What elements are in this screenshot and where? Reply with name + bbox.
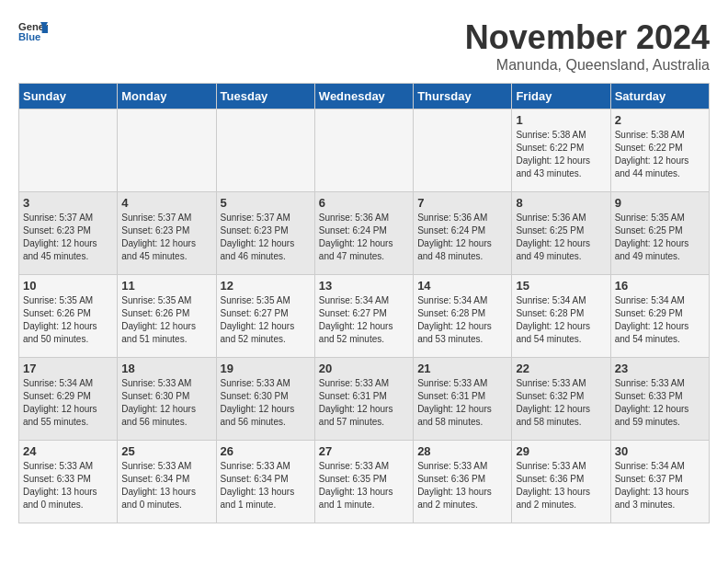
page-header: General Blue November 2024 Manunda, Quee… — [18, 18, 710, 74]
calendar-week-row: 10Sunrise: 5:35 AM Sunset: 6:26 PM Dayli… — [19, 275, 710, 358]
day-info: Sunrise: 5:33 AM Sunset: 6:34 PM Dayligh… — [121, 460, 211, 511]
day-info: Sunrise: 5:37 AM Sunset: 6:23 PM Dayligh… — [121, 212, 211, 263]
day-info: Sunrise: 5:38 AM Sunset: 6:22 PM Dayligh… — [516, 129, 606, 180]
day-info: Sunrise: 5:35 AM Sunset: 6:25 PM Dayligh… — [615, 212, 705, 263]
day-number: 15 — [516, 279, 606, 293]
calendar-day-cell: 29Sunrise: 5:33 AM Sunset: 6:36 PM Dayli… — [512, 441, 610, 523]
day-info: Sunrise: 5:37 AM Sunset: 6:23 PM Dayligh… — [221, 212, 311, 263]
calendar-table: SundayMondayTuesdayWednesdayThursdayFrid… — [18, 83, 710, 523]
day-number: 19 — [221, 362, 311, 375]
day-info: Sunrise: 5:33 AM Sunset: 6:31 PM Dayligh… — [417, 377, 507, 429]
day-info: Sunrise: 5:34 AM Sunset: 6:37 PM Dayligh… — [615, 460, 705, 511]
day-info: Sunrise: 5:33 AM Sunset: 6:33 PM Dayligh… — [23, 460, 113, 511]
weekday-header-cell: Friday — [512, 84, 610, 109]
calendar-day-cell: 19Sunrise: 5:33 AM Sunset: 6:30 PM Dayli… — [216, 358, 314, 441]
calendar-day-cell: 14Sunrise: 5:34 AM Sunset: 6:28 PM Dayli… — [414, 275, 512, 358]
calendar-day-cell: 9Sunrise: 5:35 AM Sunset: 6:25 PM Daylig… — [610, 192, 709, 275]
calendar-day-cell: 21Sunrise: 5:33 AM Sunset: 6:31 PM Dayli… — [414, 358, 512, 441]
calendar-day-cell: 22Sunrise: 5:33 AM Sunset: 6:32 PM Dayli… — [512, 358, 610, 441]
day-number: 4 — [121, 196, 211, 210]
day-info: Sunrise: 5:34 AM Sunset: 6:28 PM Dayligh… — [516, 294, 606, 346]
calendar-week-row: 3Sunrise: 5:37 AM Sunset: 6:23 PM Daylig… — [19, 192, 710, 275]
day-info: Sunrise: 5:33 AM Sunset: 6:34 PM Dayligh… — [221, 460, 311, 511]
day-info: Sunrise: 5:33 AM Sunset: 6:32 PM Dayligh… — [516, 377, 606, 429]
day-number: 14 — [417, 279, 507, 293]
location-subtitle: Manunda, Queensland, Australia — [465, 57, 710, 74]
day-number: 11 — [121, 279, 211, 293]
weekday-header-cell: Tuesday — [216, 84, 314, 109]
calendar-day-cell: 5Sunrise: 5:37 AM Sunset: 6:23 PM Daylig… — [216, 192, 314, 275]
day-number: 24 — [23, 444, 113, 458]
day-number: 20 — [319, 362, 409, 375]
day-number: 21 — [417, 362, 507, 375]
day-info: Sunrise: 5:33 AM Sunset: 6:33 PM Dayligh… — [615, 377, 705, 429]
day-info: Sunrise: 5:36 AM Sunset: 6:25 PM Dayligh… — [516, 212, 606, 263]
day-number: 17 — [23, 362, 113, 375]
day-number: 25 — [121, 444, 211, 458]
day-info: Sunrise: 5:33 AM Sunset: 6:30 PM Dayligh… — [221, 377, 311, 429]
calendar-day-cell: 25Sunrise: 5:33 AM Sunset: 6:34 PM Dayli… — [118, 441, 216, 523]
calendar-day-cell: 16Sunrise: 5:34 AM Sunset: 6:29 PM Dayli… — [610, 275, 709, 358]
calendar-day-cell — [216, 109, 314, 192]
calendar-day-cell: 7Sunrise: 5:36 AM Sunset: 6:24 PM Daylig… — [414, 192, 512, 275]
day-number: 26 — [221, 444, 311, 458]
day-number: 6 — [319, 196, 409, 210]
day-number: 12 — [221, 279, 311, 293]
calendar-day-cell: 11Sunrise: 5:35 AM Sunset: 6:26 PM Dayli… — [118, 275, 216, 358]
calendar-day-cell: 18Sunrise: 5:33 AM Sunset: 6:30 PM Dayli… — [118, 358, 216, 441]
day-info: Sunrise: 5:33 AM Sunset: 6:30 PM Dayligh… — [121, 377, 211, 429]
logo-icon: General Blue — [18, 18, 48, 44]
calendar-day-cell: 3Sunrise: 5:37 AM Sunset: 6:23 PM Daylig… — [19, 192, 118, 275]
calendar-day-cell: 15Sunrise: 5:34 AM Sunset: 6:28 PM Dayli… — [512, 275, 610, 358]
day-number: 27 — [319, 444, 409, 458]
calendar-day-cell: 24Sunrise: 5:33 AM Sunset: 6:33 PM Dayli… — [19, 441, 118, 523]
calendar-day-cell: 23Sunrise: 5:33 AM Sunset: 6:33 PM Dayli… — [610, 358, 709, 441]
calendar-week-row: 17Sunrise: 5:34 AM Sunset: 6:29 PM Dayli… — [19, 358, 710, 441]
calendar-day-cell: 30Sunrise: 5:34 AM Sunset: 6:37 PM Dayli… — [610, 441, 709, 523]
day-number: 13 — [319, 279, 409, 293]
day-number: 16 — [615, 279, 705, 293]
calendar-day-cell: 1Sunrise: 5:38 AM Sunset: 6:22 PM Daylig… — [512, 109, 610, 192]
svg-text:Blue: Blue — [18, 31, 40, 42]
day-info: Sunrise: 5:34 AM Sunset: 6:28 PM Dayligh… — [417, 294, 507, 346]
day-number: 29 — [516, 444, 606, 458]
weekday-header-cell: Saturday — [610, 84, 709, 109]
day-number: 3 — [23, 196, 113, 210]
calendar-day-cell: 8Sunrise: 5:36 AM Sunset: 6:25 PM Daylig… — [512, 192, 610, 275]
day-info: Sunrise: 5:33 AM Sunset: 6:31 PM Dayligh… — [319, 377, 409, 429]
calendar-day-cell: 27Sunrise: 5:33 AM Sunset: 6:35 PM Dayli… — [314, 441, 413, 523]
day-info: Sunrise: 5:35 AM Sunset: 6:26 PM Dayligh… — [23, 294, 113, 346]
day-info: Sunrise: 5:33 AM Sunset: 6:36 PM Dayligh… — [516, 460, 606, 511]
calendar-day-cell: 13Sunrise: 5:34 AM Sunset: 6:27 PM Dayli… — [314, 275, 413, 358]
calendar-day-cell — [118, 109, 216, 192]
calendar-day-cell — [314, 109, 413, 192]
calendar-title-section: November 2024 Manunda, Queensland, Austr… — [465, 18, 710, 74]
month-title: November 2024 — [465, 18, 710, 57]
day-number: 30 — [615, 444, 705, 458]
day-number: 8 — [516, 196, 606, 210]
day-number: 28 — [417, 444, 507, 458]
weekday-header-cell: Monday — [118, 84, 216, 109]
calendar-day-cell: 6Sunrise: 5:36 AM Sunset: 6:24 PM Daylig… — [314, 192, 413, 275]
day-info: Sunrise: 5:37 AM Sunset: 6:23 PM Dayligh… — [23, 212, 113, 263]
calendar-day-cell: 4Sunrise: 5:37 AM Sunset: 6:23 PM Daylig… — [118, 192, 216, 275]
weekday-header-cell: Wednesday — [314, 84, 413, 109]
day-info: Sunrise: 5:36 AM Sunset: 6:24 PM Dayligh… — [319, 212, 409, 263]
day-info: Sunrise: 5:36 AM Sunset: 6:24 PM Dayligh… — [417, 212, 507, 263]
calendar-week-row: 24Sunrise: 5:33 AM Sunset: 6:33 PM Dayli… — [19, 441, 710, 523]
day-info: Sunrise: 5:34 AM Sunset: 6:27 PM Dayligh… — [319, 294, 409, 346]
weekday-header-cell: Thursday — [414, 84, 512, 109]
logo: General Blue — [18, 18, 48, 44]
day-number: 18 — [121, 362, 211, 375]
calendar-day-cell: 2Sunrise: 5:38 AM Sunset: 6:22 PM Daylig… — [610, 109, 709, 192]
day-number: 9 — [615, 196, 705, 210]
day-number: 2 — [615, 113, 705, 127]
calendar-day-cell: 28Sunrise: 5:33 AM Sunset: 6:36 PM Dayli… — [414, 441, 512, 523]
day-number: 22 — [516, 362, 606, 375]
day-number: 1 — [516, 113, 606, 127]
day-info: Sunrise: 5:35 AM Sunset: 6:26 PM Dayligh… — [121, 294, 211, 346]
calendar-day-cell — [19, 109, 118, 192]
day-info: Sunrise: 5:35 AM Sunset: 6:27 PM Dayligh… — [221, 294, 311, 346]
calendar-day-cell — [414, 109, 512, 192]
day-number: 7 — [417, 196, 507, 210]
